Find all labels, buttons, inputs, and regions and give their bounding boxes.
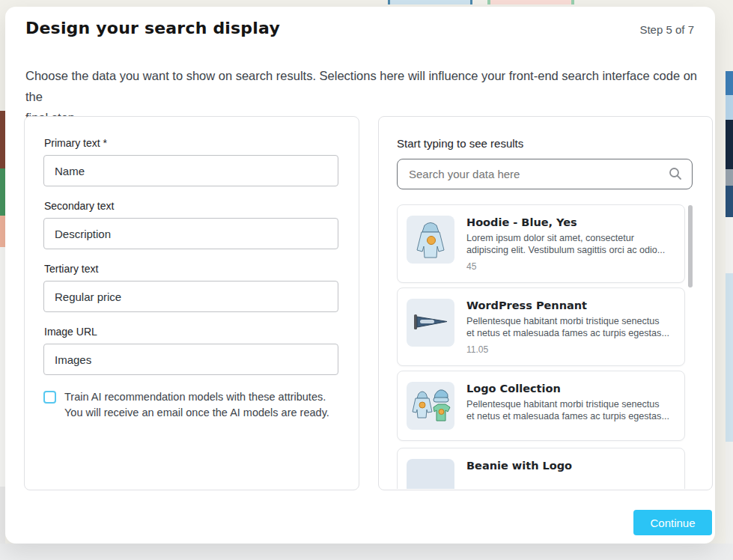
secondary-text-label: Secondary text	[44, 200, 114, 212]
search-input[interactable]	[397, 159, 693, 189]
result-desc-line: et netus et malesuada fames ac turpis eg…	[466, 327, 675, 339]
result-price: 45	[466, 261, 675, 272]
logo-collection-illustration	[407, 382, 454, 430]
bg-right-bottom	[726, 442, 733, 560]
train-ai-label: Train AI recommendation models with thes…	[64, 389, 329, 421]
result-desc-line: et netus et malesuada fames ac turpis eg…	[466, 410, 675, 422]
bg-right-darkblue	[726, 186, 733, 217]
bg-bottom-strip	[0, 544, 733, 560]
train-ai-label-line-2: You will receive an email once the AI mo…	[64, 405, 329, 421]
search-box	[397, 159, 693, 189]
primary-text-label: Primary text *	[44, 137, 107, 149]
step-indicator: Step 5 of 7	[639, 23, 694, 36]
page-title: Design your search display	[25, 19, 280, 37]
tertiary-text-input[interactable]	[43, 281, 338, 312]
bg-right-gray	[726, 169, 733, 186]
tertiary-text-label: Tertiary text	[44, 263, 98, 275]
result-desc-line: Pellentesque habitant morbi tristique se…	[466, 398, 675, 410]
train-ai-row: Train AI recommendation models with thes…	[43, 389, 329, 421]
image-url-label: Image URL	[44, 326, 97, 338]
bg-right-navy	[726, 120, 733, 169]
bg-left-illustration-maroon	[0, 111, 5, 168]
search-icon	[668, 166, 683, 181]
result-description: Pellentesque habitant morbi tristique se…	[466, 398, 675, 422]
bg-top-pink-card	[487, 0, 574, 4]
result-card-pennant[interactable]: WordPress Pennant Pellentesque habitant …	[397, 287, 685, 366]
bg-left-light	[0, 247, 5, 487]
continue-button[interactable]: Continue	[633, 510, 712, 535]
result-title: Beanie with Logo	[466, 460, 675, 472]
result-card-hoodie[interactable]: Hoodie - Blue, Yes Lorem ipsum dolor sit…	[397, 204, 685, 283]
beanie-illustration	[407, 459, 454, 489]
image-url-input[interactable]	[43, 344, 338, 375]
result-body: Logo Collection Pellentesque habitant mo…	[466, 382, 675, 430]
bg-right-blue	[726, 71, 733, 95]
design-search-display-modal: Design your search display Step 5 of 7 C…	[5, 7, 715, 544]
page: Design your search display Step 5 of 7 C…	[0, 0, 733, 560]
primary-text-input[interactable]	[43, 155, 338, 186]
bg-left-illustration-salmon	[0, 216, 5, 247]
intro-line-1: Choose the data you want to show on sear…	[25, 65, 715, 107]
bg-left-illustration-green	[0, 168, 5, 216]
result-body: Beanie with Logo	[466, 459, 675, 489]
result-description: Lorem ipsum dolor sit amet, consectetur …	[466, 232, 675, 256]
result-description: Pellentesque habitant morbi tristique se…	[466, 315, 675, 339]
result-desc-line: Pellentesque habitant morbi tristique se…	[466, 315, 675, 327]
display-fields-panel: Primary text * Secondary text Tertiary t…	[24, 116, 359, 490]
search-results-list: Hoodie - Blue, Yes Lorem ipsum dolor sit…	[397, 197, 697, 489]
secondary-text-input[interactable]	[43, 218, 338, 249]
result-price: 11.05	[466, 344, 675, 355]
result-body: Hoodie - Blue, Yes Lorem ipsum dolor sit…	[466, 216, 675, 272]
result-desc-line: adipiscing elit. Vestibulum sagittis orc…	[466, 244, 675, 256]
pennant-illustration	[407, 299, 454, 347]
result-title: WordPress Pennant	[466, 299, 675, 311]
preview-label: Start typing to see results	[397, 137, 523, 150]
bg-right-lightblue	[726, 95, 733, 120]
result-card-beanie[interactable]: Beanie with Logo	[397, 448, 685, 489]
result-desc-line: Lorem ipsum dolor sit amet, consectetur	[466, 232, 675, 244]
result-body: WordPress Pennant Pellentesque habitant …	[466, 299, 675, 355]
bg-right-white	[726, 217, 733, 273]
bg-right-teal	[726, 273, 733, 442]
bg-top-blue-card	[388, 0, 472, 4]
train-ai-label-line-1: Train AI recommendation models with thes…	[64, 389, 329, 405]
hoodie-illustration	[407, 216, 454, 264]
result-title: Hoodie - Blue, Yes	[466, 216, 675, 228]
train-ai-checkbox[interactable]	[43, 391, 56, 404]
result-card-logo-collection[interactable]: Logo Collection Pellentesque habitant mo…	[397, 371, 685, 441]
result-title: Logo Collection	[466, 383, 675, 395]
results-scrollbar-thumb[interactable]	[688, 205, 693, 287]
search-preview-panel: Start typing to see results	[378, 116, 713, 490]
